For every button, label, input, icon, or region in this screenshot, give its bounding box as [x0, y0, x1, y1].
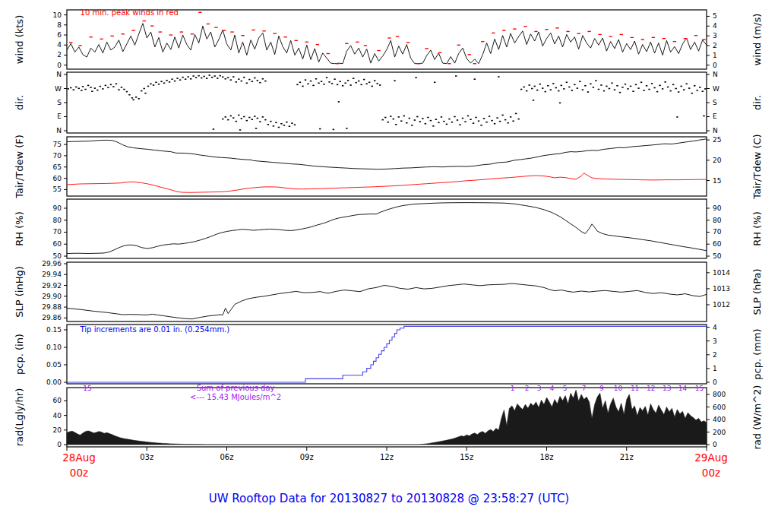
page: UW Rooftop Data for 20130827 to 20130828… [0, 0, 778, 532]
slp-right-axis-label: SLP (hPa) [751, 268, 763, 315]
rh-left-axis-label: RH (%) [14, 211, 25, 245]
wind-left-tick: 8 [57, 21, 62, 29]
rad-right-axis-label: rad (W/m^2) [751, 385, 763, 450]
temp-left-tick: 60 [53, 175, 62, 182]
end-date-label: 00z [702, 467, 720, 479]
slp-right-tick: 1012 [713, 301, 730, 309]
rad-annotation: 1 [511, 385, 515, 392]
rad-annotation: 10 [614, 385, 623, 392]
rad-annotation: <--- 15.43 MJoules/m^2 [190, 393, 281, 401]
slp-left-tick: 29.94 [42, 271, 62, 278]
chart-title: UW Rooftop Data for 20130827 to 20130828… [209, 492, 569, 505]
pcp-left-tick: 0.05 [46, 361, 62, 369]
relative-humidity-line [67, 203, 707, 254]
panel-slp: 29.8629.8829.9029.9229.9429.961012101310… [14, 260, 763, 321]
wind-speed-line [67, 24, 707, 64]
dir-left-tick: N [56, 71, 62, 78]
rad-annotation: 12 [647, 385, 655, 392]
rad-annotation: 2 [525, 385, 530, 392]
dir-left-tick: S [57, 99, 62, 106]
start-date-label: 00z [70, 467, 88, 479]
rh-left-tick: 50 [53, 252, 62, 260]
temp-right-tick: 15 [713, 177, 721, 185]
dir-right-tick: N [713, 127, 718, 135]
wind-right-tick: 1 [713, 52, 717, 59]
rh-left-tick: 60 [53, 240, 62, 248]
temp-right-tick: 20 [713, 157, 722, 164]
rad-left-tick: 0 [57, 441, 62, 448]
panel-rad: 02040600200400600800rad(Lgly/hr)rad (W/m… [14, 384, 763, 449]
rh-right-tick: 70 [713, 228, 722, 236]
pcp-right-tick: 4 [713, 324, 717, 331]
start-date-label: 28Aug [62, 451, 96, 464]
temp-left-tick: 75 [53, 141, 62, 148]
rad-left-tick: 20 [53, 426, 62, 434]
chart-svg: UW Rooftop Data for 20130827 to 20130828… [0, 0, 778, 532]
panel-dir: NESWNNESWNdir.dir. [14, 71, 763, 135]
slp-left-tick: 29.92 [42, 282, 62, 290]
rh-left-tick: 80 [53, 217, 62, 224]
rad-annotation: 15 [695, 385, 704, 392]
panel-rh: 50607080905060708090RH (%)RH (%) [14, 199, 763, 260]
slp-left-axis-label: SLP (inHg) [14, 266, 25, 318]
rad-annotation: 7 [582, 385, 587, 392]
wind-right-tick: 2 [713, 42, 717, 49]
temp-right-tick: 25 [713, 136, 721, 144]
solar-radiation-area [67, 390, 707, 445]
slp-left-tick: 29.88 [42, 303, 62, 311]
slp-right-tick: 1013 [713, 285, 730, 293]
wind-right-tick: 0 [713, 62, 717, 69]
rh-right-tick: 50 [713, 252, 722, 260]
panel-wind: 0246810012345wind (kts)wind (m/s)10 min.… [14, 8, 763, 69]
pcp-left-axis-label: pcp. (in) [14, 334, 25, 375]
rad-annotation: 11 [631, 385, 639, 392]
x-tick-label: 09z [300, 453, 314, 461]
x-tick-label: 06z [220, 453, 234, 461]
panel-temp: 5560657075152025Tair/Tdew (F)Tair/Tdew (… [14, 134, 763, 199]
precip-accum-step-line [67, 326, 707, 382]
rad-annotation: 15 [83, 385, 91, 392]
dir-right-tick: S [713, 99, 717, 106]
rh-right-tick: 90 [713, 204, 722, 212]
rad-right-tick: 200 [713, 429, 726, 436]
wind-left-tick: 6 [57, 31, 62, 39]
rad-annotation: 5 [563, 385, 568, 392]
temp-right-axis-label: Tair/Tdew (C) [751, 134, 763, 199]
pcp-left-tick: 0.15 [46, 326, 62, 334]
rh-left-tick: 90 [53, 204, 62, 212]
pcp-annotation: Tip increments are 0.01 in. (0.254mm.) [80, 325, 230, 334]
dir-right-axis-label: dir. [751, 95, 763, 110]
dir-right-tick: N [713, 71, 718, 78]
pcp-right-tick: 3 [713, 337, 717, 345]
pcp-left-tick: 0.00 [46, 378, 62, 386]
pcp-left-tick: 0.10 [46, 344, 62, 351]
tair-line [67, 139, 707, 169]
rad-annotation: 3 [537, 385, 542, 392]
rad-annotation: 9 [599, 385, 604, 392]
wind-annotation: 10 min. peak winds in red [81, 8, 179, 17]
panel-pcp: 0.000.050.100.1501234pcp. (in)pcp. (mm)T… [14, 324, 763, 386]
pcp-right-axis-label: pcp. (mm) [751, 328, 763, 379]
rad-annotation: Sum of previous day [197, 384, 275, 392]
tdew-line [67, 173, 707, 193]
rad-left-tick: 40 [53, 412, 62, 420]
dir-left-axis-label: dir. [14, 95, 25, 110]
wind-right-tick: 4 [713, 22, 717, 30]
dir-left-tick: N [56, 127, 62, 135]
rh-right-axis-label: RH (%) [751, 211, 763, 245]
wind-right-tick: 3 [713, 32, 717, 40]
temp-left-tick: 70 [53, 152, 62, 160]
rad-right-tick: 800 [713, 391, 726, 398]
wind-left-tick: 0 [57, 62, 62, 69]
temp-left-tick: 55 [53, 185, 62, 193]
x-tick-label: 03z [140, 453, 153, 461]
pcp-right-tick: 2 [713, 351, 717, 359]
sea-level-pressure-line [67, 283, 707, 319]
wind-left-tick: 2 [57, 51, 62, 59]
x-tick-label: 15z [460, 453, 473, 461]
wind-right-axis-label: wind (m/s) [751, 14, 763, 66]
rh-right-tick: 60 [713, 240, 722, 248]
slp-right-tick: 1014 [713, 269, 730, 277]
rad-annotation: 4 [550, 385, 555, 392]
slp-left-tick: 29.96 [42, 260, 62, 268]
